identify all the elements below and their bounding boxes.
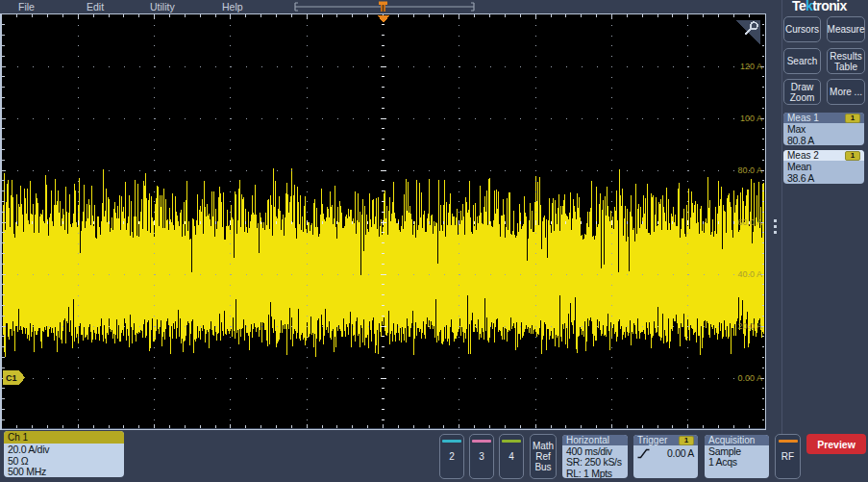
svg-text:120 A: 120 A	[740, 62, 762, 71]
svg-text:0.00 A: 0.00 A	[737, 373, 762, 383]
svg-text:60.0 A: 60.0 A	[737, 217, 762, 227]
svg-text:80.0 A: 80.0 A	[737, 165, 762, 175]
svg-text:40.0 A: 40.0 A	[737, 269, 762, 279]
svg-text:100 A: 100 A	[740, 114, 762, 123]
svg-text:20.0 A: 20.0 A	[737, 321, 762, 331]
svg-text:C1: C1	[6, 373, 17, 383]
